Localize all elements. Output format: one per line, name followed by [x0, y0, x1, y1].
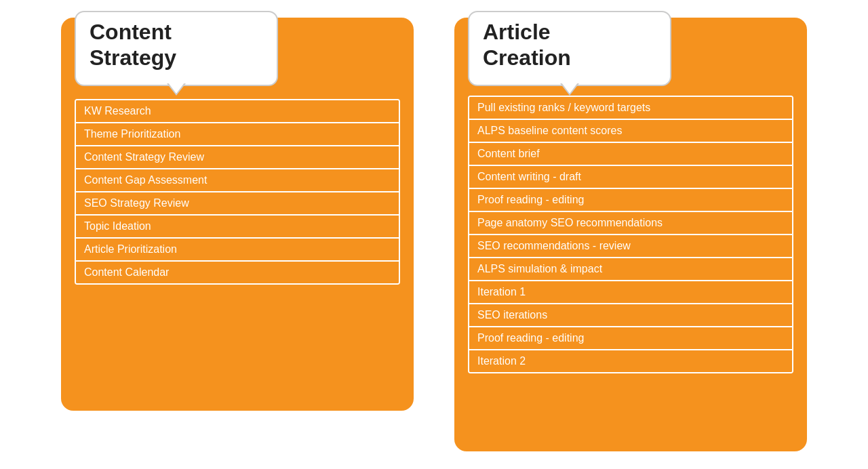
title-line1: Content — [90, 20, 172, 44]
list-item: Proof reading - editing — [469, 189, 792, 212]
list-item: Content Gap Assessment — [76, 169, 399, 192]
list-item: Content brief — [469, 143, 792, 166]
content-strategy-title-bubble: Content Strategy — [75, 11, 278, 86]
list-item: Topic Ideation — [76, 216, 399, 239]
list-item: Proof reading - editing — [469, 327, 792, 350]
article-creation-card: Article Creation Pull existing ranks / k… — [454, 18, 807, 451]
list-item: ALPS simulation & impact — [469, 258, 792, 281]
list-item: Pull existing ranks / keyword targets — [469, 97, 792, 120]
list-item: Theme Prioritization — [76, 123, 399, 146]
list-item: Page anatomy SEO recommendations — [469, 212, 792, 235]
list-item: Content Strategy Review — [76, 146, 399, 169]
title-line1-right: Article — [483, 20, 551, 44]
list-item: Content Calendar — [76, 262, 399, 283]
list-item: KW Research — [76, 100, 399, 123]
main-container: Content Strategy KW ResearchTheme Priori… — [34, 4, 834, 465]
content-strategy-card: Content Strategy KW ResearchTheme Priori… — [61, 18, 414, 411]
content-strategy-title: Content Strategy — [90, 19, 263, 71]
content-strategy-list: KW ResearchTheme PrioritizationContent S… — [75, 99, 400, 285]
title-line2: Strategy — [90, 45, 176, 70]
title-line2-right: Creation — [483, 45, 571, 70]
article-creation-title: Article Creation — [483, 19, 656, 71]
list-item: SEO iterations — [469, 304, 792, 327]
article-creation-list: Pull existing ranks / keyword targetsALP… — [468, 96, 793, 373]
list-item: Iteration 2 — [469, 350, 792, 372]
article-creation-title-bubble: Article Creation — [468, 11, 671, 86]
list-item: ALPS baseline content scores — [469, 120, 792, 143]
list-item: Article Prioritization — [76, 239, 399, 262]
list-item: Iteration 1 — [469, 281, 792, 304]
list-item: SEO recommendations - review — [469, 235, 792, 258]
list-item: SEO Strategy Review — [76, 192, 399, 216]
list-item: Content writing - draft — [469, 166, 792, 189]
